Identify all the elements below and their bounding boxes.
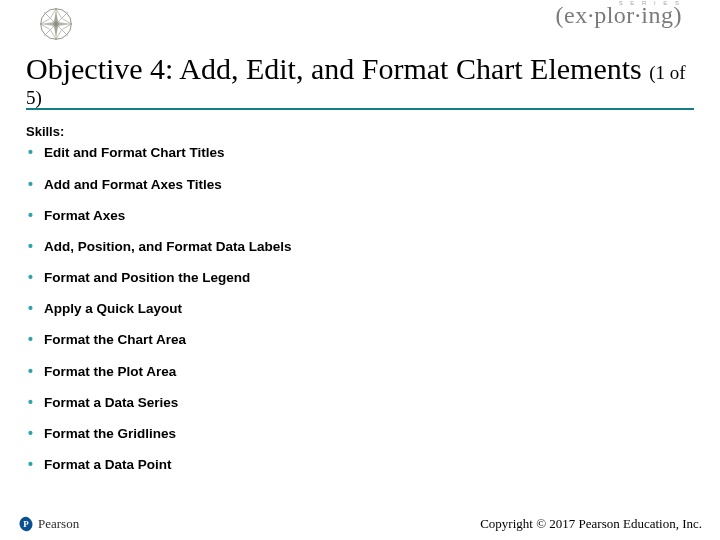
publisher-name: Pearson xyxy=(38,516,79,532)
slide-header: S E R I E S (ex·plor·ing) xyxy=(0,0,720,48)
title-main: Objective 4: Add, Edit, and Format Chart… xyxy=(26,52,649,85)
list-item: Add, Position, and Format Data Labels xyxy=(26,239,694,255)
list-item: Format the Plot Area xyxy=(26,364,694,380)
pearson-p-icon: P xyxy=(18,516,34,532)
copyright-text: Copyright © 2017 Pearson Education, Inc. xyxy=(480,516,702,532)
list-item: Format a Data Series xyxy=(26,395,694,411)
brand-block: (ex·plor·ing) xyxy=(556,2,682,29)
brand-name: (ex·plor·ing) xyxy=(556,2,682,29)
list-item: Add and Format Axes Titles xyxy=(26,177,694,193)
skills-list: Edit and Format Chart Titles Add and For… xyxy=(0,139,720,473)
list-item: Edit and Format Chart Titles xyxy=(26,145,694,161)
list-item: Format Axes xyxy=(26,208,694,224)
list-item: Apply a Quick Layout xyxy=(26,301,694,317)
compass-icon xyxy=(38,6,74,42)
slide-title: Objective 4: Add, Edit, and Format Chart… xyxy=(26,52,694,110)
slide-footer: P Pearson Copyright © 2017 Pearson Educa… xyxy=(18,516,702,532)
list-item: Format and Position the Legend xyxy=(26,270,694,286)
svg-text:P: P xyxy=(23,519,29,529)
svg-marker-14 xyxy=(43,21,68,26)
slide-title-block: Objective 4: Add, Edit, and Format Chart… xyxy=(0,52,720,110)
publisher-logo: P Pearson xyxy=(18,516,79,532)
list-item: Format a Data Point xyxy=(26,457,694,473)
list-item: Format the Chart Area xyxy=(26,332,694,348)
list-item: Format the Gridlines xyxy=(26,426,694,442)
skills-heading: Skills: xyxy=(0,110,720,139)
